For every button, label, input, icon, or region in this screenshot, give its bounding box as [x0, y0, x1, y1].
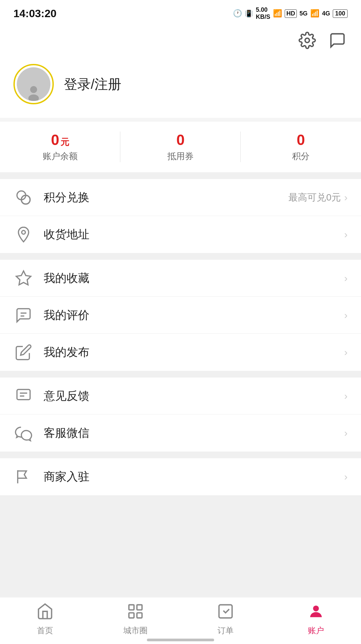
coupon-value: 0 [176, 132, 185, 148]
menu-group-3: 意见反馈 › 客服微信 › [0, 378, 361, 452]
main-content: 登录/注册 0元 账户余额 0 抵用券 0 积分 [0, 57, 361, 644]
settings-icon [298, 32, 316, 49]
posts-label: 我的发布 [44, 345, 344, 360]
divider-3 [0, 371, 361, 378]
menu-item-reviews[interactable]: 我的评价 › [0, 297, 361, 334]
message-icon [329, 32, 346, 49]
arrow-icon: › [344, 471, 348, 482]
address-label: 收货地址 [44, 227, 344, 242]
settings-button[interactable] [297, 30, 317, 50]
menu-item-wechat-cs[interactable]: 客服微信 › [0, 415, 361, 452]
network-speed: 5.00KB/S [256, 6, 270, 21]
menu-item-address[interactable]: 收货地址 › [0, 216, 361, 253]
login-label[interactable]: 登录/注册 [64, 75, 121, 94]
points-exchange-label: 积分兑换 [44, 190, 288, 205]
divider-4 [0, 452, 361, 458]
alarm-icon: 🕐 [233, 9, 242, 18]
tab-orders[interactable]: 订单 [180, 603, 271, 636]
points-value: 0 [297, 132, 305, 148]
svg-rect-14 [137, 605, 142, 610]
star-icon [13, 268, 34, 288]
divider-1 [0, 172, 361, 179]
menu-item-feedback[interactable]: 意见反馈 › [0, 378, 361, 415]
account-icon [307, 603, 325, 622]
flag-icon [13, 467, 34, 487]
arrow-icon: › [344, 229, 348, 240]
avatar-image [17, 67, 50, 101]
menu-group-2: 我的收藏 › 我的评价 › 我的发布 › [0, 260, 361, 371]
vibrate-icon: 📳 [245, 9, 253, 17]
svg-point-2 [28, 95, 39, 101]
wechat-cs-label: 客服微信 [44, 425, 344, 441]
tab-account[interactable]: 账户 [271, 603, 361, 636]
points-label: 积分 [292, 150, 310, 162]
svg-rect-13 [129, 605, 134, 610]
signal-5g-icon: 5G [299, 10, 308, 17]
favorites-label: 我的收藏 [44, 271, 344, 286]
menu-group-4: 商家入驻 › [0, 458, 361, 495]
svg-point-1 [30, 86, 37, 93]
tab-home[interactable]: 首页 [0, 603, 90, 636]
tab-city-label: 城市圈 [123, 625, 148, 636]
arrow-icon: › [344, 390, 348, 402]
balance-label: 账户余额 [43, 150, 78, 162]
city-icon [127, 603, 144, 622]
svg-point-0 [305, 38, 310, 43]
menu-item-posts[interactable]: 我的发布 › [0, 334, 361, 371]
comment-icon [13, 305, 34, 325]
home-icon [36, 603, 54, 622]
coins-icon [13, 187, 34, 208]
svg-point-5 [22, 230, 26, 234]
svg-rect-16 [137, 613, 142, 618]
menu-item-merchant[interactable]: 商家入驻 › [0, 458, 361, 495]
stat-points[interactable]: 0 积分 [241, 121, 361, 172]
tab-bar: 首页 城市圈 订单 账户 [0, 597, 361, 644]
stat-balance[interactable]: 0元 账户余额 [0, 121, 120, 172]
wechat-icon [13, 423, 34, 443]
svg-rect-9 [17, 389, 30, 399]
menu-item-favorites[interactable]: 我的收藏 › [0, 260, 361, 297]
edit-icon [13, 342, 34, 362]
tab-account-label: 账户 [308, 625, 324, 636]
header-actions [0, 27, 361, 57]
hd-icon: HD [285, 9, 297, 18]
wifi-icon: 📶 [273, 9, 282, 18]
arrow-icon: › [344, 273, 348, 284]
feedback-icon [13, 386, 34, 406]
arrow-icon: › [344, 192, 348, 203]
status-icons: 🕐 📳 5.00KB/S 📶 HD 5G 📶 4G 100 [233, 6, 348, 21]
status-bar: 14:03:20 🕐 📳 5.00KB/S 📶 HD 5G 📶 4G 100 [0, 0, 361, 27]
menu-group-1: 积分兑换 最高可兑0元 › 收货地址 › [0, 179, 361, 253]
svg-marker-6 [16, 271, 31, 285]
arrow-icon: › [344, 427, 348, 439]
feedback-label: 意见反馈 [44, 388, 344, 404]
tab-home-label: 首页 [37, 625, 53, 636]
stats-section: 0元 账户余额 0 抵用券 0 积分 [0, 121, 361, 172]
svg-rect-15 [129, 613, 134, 618]
arrow-icon: › [344, 347, 348, 358]
avatar[interactable] [13, 64, 54, 104]
battery-icon: 100 [333, 9, 348, 18]
status-time: 14:03:20 [13, 7, 56, 20]
menu-item-points-exchange[interactable]: 积分兑换 最高可兑0元 › [0, 179, 361, 216]
profile-section: 登录/注册 [0, 57, 361, 118]
signal-4g-icon: 4G [322, 10, 330, 17]
signal-bars-icon: 📶 [310, 9, 319, 18]
tab-orders-label: 订单 [217, 625, 234, 636]
message-button[interactable] [327, 30, 348, 50]
coupon-label: 抵用券 [167, 150, 194, 162]
tab-city[interactable]: 城市圈 [90, 603, 181, 636]
person-silhouette [25, 83, 42, 101]
svg-rect-17 [219, 605, 232, 618]
svg-point-18 [313, 606, 319, 611]
home-indicator [147, 639, 214, 641]
divider-5 [0, 495, 361, 596]
merchant-label: 商家入驻 [44, 469, 344, 485]
stat-coupon[interactable]: 0 抵用券 [120, 121, 241, 172]
balance-value: 0元 [51, 132, 69, 148]
divider-2 [0, 253, 361, 260]
reviews-label: 我的评价 [44, 308, 344, 323]
location-icon [13, 224, 34, 245]
arrow-icon: › [344, 310, 348, 321]
orders-icon [217, 603, 234, 622]
